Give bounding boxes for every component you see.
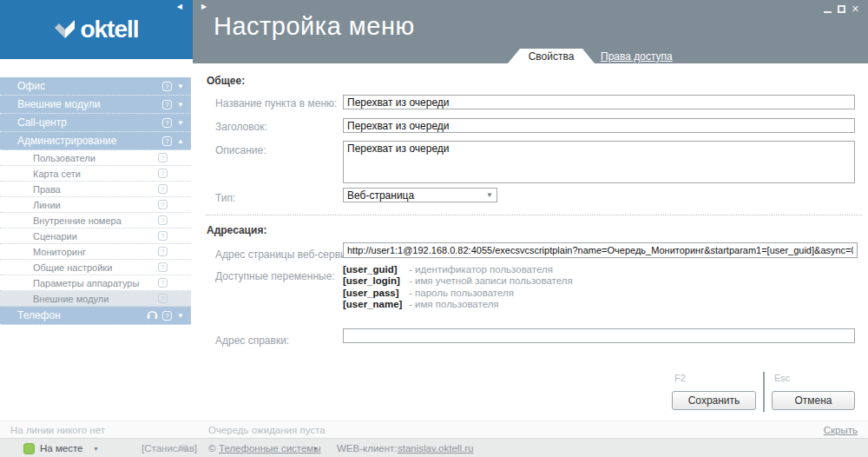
variable-desc: - идентификатор пользователя (409, 264, 553, 275)
menu-item-name-label: Название пункта в меню: (215, 97, 337, 109)
sidebar-item-label: Параметры аппаратуры (33, 278, 139, 288)
help-address-label: Адрес справки: (215, 334, 289, 347)
presence-selector[interactable]: На месте (40, 443, 82, 454)
chevron-down-icon[interactable] (312, 446, 319, 452)
sidebar-item-label: Внутренние номера (33, 215, 122, 226)
sidebar-item-general-settings[interactable]: Общие настройки (0, 260, 191, 275)
oktell-logo: oktell (0, 0, 193, 59)
help-icon[interactable] (162, 136, 172, 146)
section-divider (206, 215, 862, 215)
cancel-hotkey-label: Esc (774, 373, 790, 383)
sidebar-menu: Офис Внешние модули Call-центр Администр… (0, 77, 191, 325)
chevron-down-icon (486, 191, 493, 199)
copyright-sign: © (208, 443, 215, 454)
chevron-down-icon[interactable] (93, 446, 99, 452)
help-icon[interactable] (158, 247, 168, 256)
sidebar-item-label: Общие настройки (33, 262, 112, 273)
collapse-sidebar-arrow-icon[interactable] (177, 3, 182, 10)
notification-bar: На линии никого нет Очередь ожидания пус… (0, 421, 868, 438)
variable-desc: - имя учетной записи пользователя (409, 275, 573, 286)
help-icon[interactable] (162, 82, 172, 91)
webclient-link[interactable]: stanislav.oktell.ru (398, 443, 473, 454)
variable-row: [user_guid]- идентификатор пользователя (343, 264, 573, 275)
webclient-label: WEB-клиент: (337, 443, 398, 454)
variable-name: [user_name] (343, 299, 409, 310)
help-icon[interactable] (158, 184, 168, 194)
sidebar-item-office[interactable]: Офис (0, 77, 191, 96)
tab-properties[interactable]: Свойства (508, 49, 595, 63)
variable-desc: - пароль пользователя (409, 288, 514, 298)
company-link[interactable]: Телефонные системы (219, 443, 321, 454)
help-icon[interactable] (158, 278, 168, 288)
sidebar-item-administration[interactable]: Администрирование (0, 132, 191, 150)
cancel-button[interactable]: Отмена (772, 391, 855, 410)
sidebar-item-phone[interactable]: Телефон (0, 307, 191, 325)
title-input[interactable] (343, 118, 855, 133)
help-icon[interactable] (162, 311, 172, 321)
sidebar-item-users[interactable]: Пользователи (0, 150, 191, 166)
tab-access-rights[interactable]: Права доступа (601, 50, 673, 63)
sidebar-item-label: Телефон (17, 309, 61, 321)
sidebar-item-network-map[interactable]: Карта сети (0, 166, 191, 182)
sidebar-item-label: Внешние модули (33, 294, 108, 304)
sidebar-item-label: Внешние модули (17, 98, 100, 110)
chevron-down-icon[interactable] (176, 101, 185, 109)
messages-envelope-icon[interactable] (179, 442, 187, 454)
help-icon[interactable] (158, 294, 168, 303)
variable-name: [user_guid] (343, 264, 409, 275)
sidebar-item-hardware-params[interactable]: Параметры аппаратуры (0, 275, 191, 291)
type-dropdown-value: Веб-страница (347, 189, 486, 202)
variable-row: [user_login]- имя учетной записи пользов… (343, 275, 573, 287)
chevron-down-icon[interactable] (176, 119, 185, 127)
help-icon[interactable] (158, 200, 168, 209)
variable-row: [user_pass]- пароль пользователя (343, 288, 573, 299)
title-label: Заголовок: (215, 121, 267, 133)
sidebar-item-internal-numbers[interactable]: Внутренние номера (0, 213, 191, 228)
type-dropdown[interactable]: Веб-страница (343, 188, 497, 202)
window-controls (824, 3, 859, 14)
sidebar-item-label: Карта сети (33, 169, 81, 179)
sidebar-item-external-modules-sub[interactable]: Внешние модули (0, 291, 191, 307)
sidebar-item-label: Сценарии (33, 231, 77, 242)
current-user-text: [Станислав] (141, 443, 197, 454)
hide-link[interactable]: Скрыть (824, 425, 858, 435)
sidebar-item-rights[interactable]: Права (0, 182, 191, 197)
menu-item-name-input[interactable] (343, 95, 855, 109)
line-status-text: На линии никого нет (10, 425, 105, 435)
variable-name: [user_login] (343, 275, 409, 287)
expand-panel-arrow-icon[interactable] (201, 3, 207, 10)
web-service-address-input[interactable] (343, 242, 858, 258)
help-icon[interactable] (158, 215, 168, 225)
sidebar-item-lines[interactable]: Линии (0, 197, 191, 213)
description-textarea[interactable]: Перехват из очереди (343, 141, 855, 183)
sidebar-item-call-center[interactable]: Call-центр (0, 114, 191, 132)
help-icon[interactable] (158, 262, 168, 272)
section-general: Общее: (207, 75, 245, 87)
section-addressing: Адресация: (207, 224, 266, 236)
close-icon[interactable] (852, 4, 859, 14)
sidebar-header: oktell (0, 0, 193, 59)
help-icon[interactable] (158, 153, 168, 162)
available-variables-label: Доступные переменные: (215, 270, 335, 282)
sidebar-item-monitoring[interactable]: Мониторинг (0, 244, 191, 260)
help-icon[interactable] (162, 100, 172, 109)
help-icon[interactable] (158, 169, 168, 178)
oktell-check-icon (54, 17, 76, 43)
help-icon[interactable] (162, 118, 172, 128)
chevron-down-icon[interactable] (176, 83, 185, 90)
chevron-up-icon[interactable] (176, 137, 185, 145)
sidebar-item-external-modules[interactable]: Внешние модули (0, 96, 191, 114)
help-address-input[interactable] (343, 328, 855, 343)
headset-icon[interactable] (147, 309, 158, 322)
sidebar-item-label: Call-центр (17, 116, 67, 129)
sidebar-item-scenarios[interactable]: Сценарии (0, 228, 191, 244)
chevron-down-icon[interactable] (176, 312, 185, 320)
minimize-icon[interactable] (824, 5, 832, 13)
save-hotkey-label: F2 (674, 373, 686, 383)
help-icon[interactable] (158, 231, 168, 241)
save-button[interactable]: Сохранить (672, 391, 756, 410)
maximize-icon[interactable] (838, 5, 845, 13)
button-divider (763, 372, 765, 412)
presence-status-icon (23, 443, 35, 454)
available-variables-list: [user_guid]- идентификатор пользователя … (343, 264, 573, 311)
